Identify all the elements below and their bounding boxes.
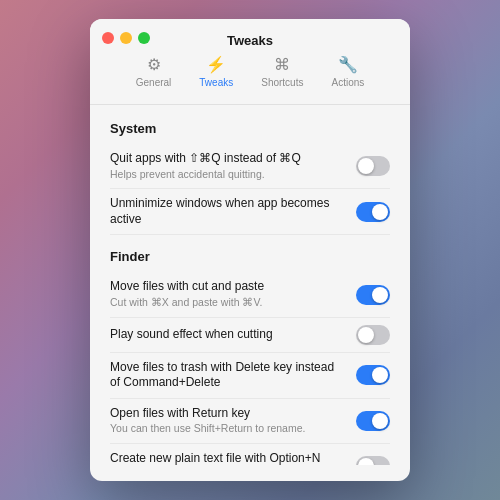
setting-move-trash: Move files to trash with Delete key inst…: [110, 353, 390, 399]
title-bar: Tweaks: [90, 19, 410, 49]
toggle-create-plain[interactable]: [356, 456, 390, 465]
setting-open-return: Open files with Return key You can then …: [110, 399, 390, 444]
setting-open-return-text: Open files with Return key You can then …: [110, 406, 356, 436]
tab-actions-label: Actions: [331, 77, 364, 88]
window-title: Tweaks: [227, 33, 273, 58]
toggle-play-sound[interactable]: [356, 325, 390, 345]
setting-move-files-sublabel: Cut with ⌘X and paste with ⌘V.: [110, 296, 346, 310]
setting-quit-apps-label: Quit apps with ⇧⌘Q instead of ⌘Q: [110, 151, 346, 167]
setting-create-plain-label: Create new plain text file with Option+N: [110, 451, 346, 465]
setting-move-trash-text: Move files to trash with Delete key inst…: [110, 360, 356, 391]
toggle-unminimize[interactable]: [356, 202, 390, 222]
maximize-button[interactable]: [138, 32, 150, 44]
setting-unminimize-text: Unminimize windows when app becomes acti…: [110, 196, 356, 227]
toggle-move-trash[interactable]: [356, 365, 390, 385]
setting-open-return-sublabel: You can then use Shift+Return to rename.: [110, 422, 346, 436]
setting-unminimize-label: Unminimize windows when app becomes acti…: [110, 196, 346, 227]
minimize-button[interactable]: [120, 32, 132, 44]
tweaks-icon: ⚡: [206, 55, 226, 74]
actions-icon: 🔧: [338, 55, 358, 74]
setting-unminimize: Unminimize windows when app becomes acti…: [110, 189, 390, 235]
setting-create-plain: Create new plain text file with Option+N…: [110, 444, 390, 465]
tab-actions[interactable]: 🔧 Actions: [317, 49, 378, 94]
setting-move-files-text: Move files with cut and paste Cut with ⌘…: [110, 279, 356, 309]
tab-shortcuts-label: Shortcuts: [261, 77, 303, 88]
toggle-quit-apps[interactable]: [356, 156, 390, 176]
general-icon: ⚙: [147, 55, 161, 74]
setting-create-plain-text: Create new plain text file with Option+N…: [110, 451, 356, 465]
setting-open-return-label: Open files with Return key: [110, 406, 346, 422]
tab-general-label: General: [136, 77, 172, 88]
setting-play-sound-label: Play sound effect when cutting: [110, 327, 346, 343]
traffic-lights: [102, 32, 150, 44]
setting-move-files: Move files with cut and paste Cut with ⌘…: [110, 272, 390, 317]
section-finder-title: Finder: [110, 249, 390, 264]
toggle-move-files[interactable]: [356, 285, 390, 305]
shortcuts-icon: ⌘: [274, 55, 290, 74]
tab-tweaks-label: Tweaks: [199, 77, 233, 88]
setting-move-files-label: Move files with cut and paste: [110, 279, 346, 295]
setting-quit-apps-text: Quit apps with ⇧⌘Q instead of ⌘Q Helps p…: [110, 151, 356, 181]
setting-play-sound-text: Play sound effect when cutting: [110, 327, 356, 343]
close-button[interactable]: [102, 32, 114, 44]
section-system-title: System: [110, 121, 390, 136]
setting-play-sound: Play sound effect when cutting: [110, 318, 390, 353]
tab-general[interactable]: ⚙ General: [122, 49, 186, 94]
setting-quit-apps-sublabel: Helps prevent accidental quitting.: [110, 168, 346, 182]
main-window: Tweaks ⚙ General ⚡ Tweaks ⌘ Shortcuts 🔧 …: [90, 19, 410, 481]
content-area: System Quit apps with ⇧⌘Q instead of ⌘Q …: [90, 105, 410, 465]
setting-quit-apps: Quit apps with ⇧⌘Q instead of ⌘Q Helps p…: [110, 144, 390, 189]
setting-move-trash-label: Move files to trash with Delete key inst…: [110, 360, 346, 391]
toggle-open-return[interactable]: [356, 411, 390, 431]
